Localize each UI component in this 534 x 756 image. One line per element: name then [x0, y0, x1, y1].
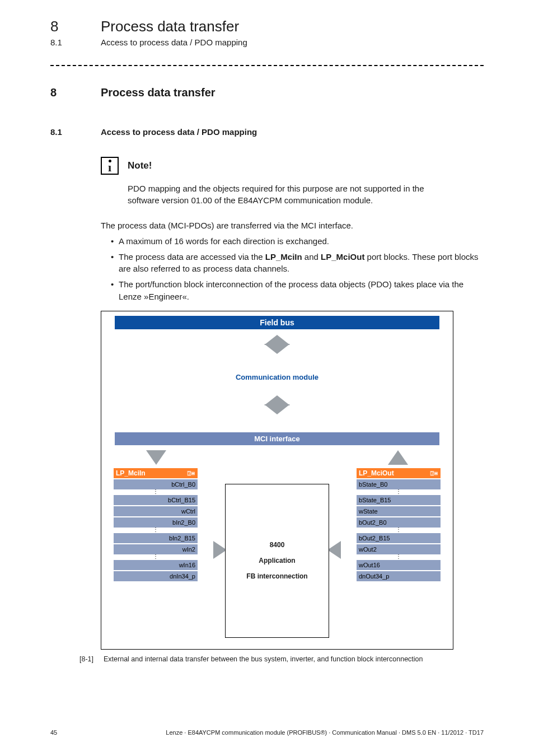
port-row: wCtrl — [114, 506, 198, 516]
list-item: A maximum of 16 words for each direction… — [111, 235, 484, 248]
port-row: bCtrl_B0 — [114, 479, 198, 489]
port-row: bCtrl_B15 — [114, 495, 198, 505]
center-line: FB interconnection — [246, 572, 307, 580]
page-footer: 45 Lenze · E84AYCPM communication module… — [50, 729, 484, 736]
block-mini-icons: ⍰▤ — [188, 470, 195, 476]
section-title: Access to process data / PDO mapping — [101, 38, 247, 47]
info-icon: ı — [101, 157, 119, 175]
separator — [50, 65, 484, 66]
port-row: bIn2_B15 — [114, 533, 198, 543]
figure-caption: [8-1] External and internal data transfe… — [79, 655, 484, 663]
subsection-number: 8.1 — [50, 127, 101, 137]
section-heading-title: Process data transfer — [101, 86, 216, 99]
center-line: Application — [259, 557, 295, 564]
port-block-title: LP_MciIn — [116, 469, 146, 477]
bullet-list: A maximum of 16 words for each direction… — [111, 235, 484, 303]
chapter-title: Process data transfer — [101, 18, 239, 35]
port-row: dnOut34_p — [357, 571, 441, 581]
port-block-left: LP_MciIn⍰▤ bCtrl_B0 ⋮ bCtrl_B15 wCtrl bI… — [114, 468, 198, 581]
note-box: ı Note! PDO mapping and the objects requ… — [101, 157, 484, 206]
fieldbus-bar: Field bus — [115, 316, 439, 329]
arrow-left-icon — [327, 541, 341, 559]
port-row: bState_B15 — [357, 495, 441, 505]
port-row: wIn16 — [114, 560, 198, 570]
port-row: bState_B0 — [357, 479, 441, 489]
port-row: wIn2 — [114, 544, 198, 554]
port-row: bIn2_B0 — [114, 517, 198, 528]
caption-text: External and internal data transfer betw… — [104, 655, 423, 663]
footer-text: Lenze · E84AYCPM communication module (P… — [166, 729, 484, 736]
running-subheader: 8.1 Access to process data / PDO mapping — [50, 38, 484, 47]
running-header: 8 Process data transfer — [50, 18, 484, 35]
port-row: dnIn34_p — [114, 571, 198, 581]
port-row: bOut2_B0 — [357, 517, 441, 528]
caption-tag: [8-1] — [79, 655, 93, 663]
diagram: Field bus Communication module MCI inter… — [101, 311, 453, 650]
section-heading: 8 Process data transfer — [50, 86, 484, 99]
port-block-right: LP_MciOut⍰▤ bState_B0 ⋮ bState_B15 wStat… — [357, 468, 441, 581]
arrow-down-icon — [146, 450, 166, 465]
chapter-number: 8 — [50, 18, 101, 35]
mci-bar: MCI interface — [115, 432, 439, 445]
center-box: 8400 Application FB interconnection — [225, 484, 329, 638]
section-number: 8.1 — [50, 38, 101, 47]
double-arrow-icon — [264, 395, 290, 414]
note-label: Note! — [128, 160, 152, 171]
port-row: wOut2 — [357, 544, 441, 554]
arrow-up-icon — [388, 450, 408, 465]
double-arrow-icon — [264, 335, 290, 354]
section-heading-number: 8 — [50, 86, 101, 99]
note-body: PDO mapping and the objects required for… — [128, 183, 441, 206]
list-item: The port/function block interconnection … — [111, 278, 484, 303]
body-content: The process data (MCI-PDOs) are transfer… — [101, 220, 484, 303]
center-line: 8400 — [270, 541, 285, 549]
port-block-title: LP_MciOut — [359, 469, 394, 477]
port-row: wState — [357, 506, 441, 516]
intro-paragraph: The process data (MCI-PDOs) are transfer… — [101, 220, 484, 232]
subsection-heading: 8.1 Access to process data / PDO mapping — [50, 127, 484, 137]
comm-module-label: Communication module — [185, 373, 369, 381]
port-row: bOut2_B15 — [357, 533, 441, 543]
block-mini-icons: ⍰▤ — [430, 470, 438, 476]
list-item: The process data are accessed via the LP… — [111, 251, 484, 276]
port-row: wOut16 — [357, 560, 441, 570]
subsection-title: Access to process data / PDO mapping — [101, 127, 257, 137]
page-number: 45 — [50, 729, 57, 736]
